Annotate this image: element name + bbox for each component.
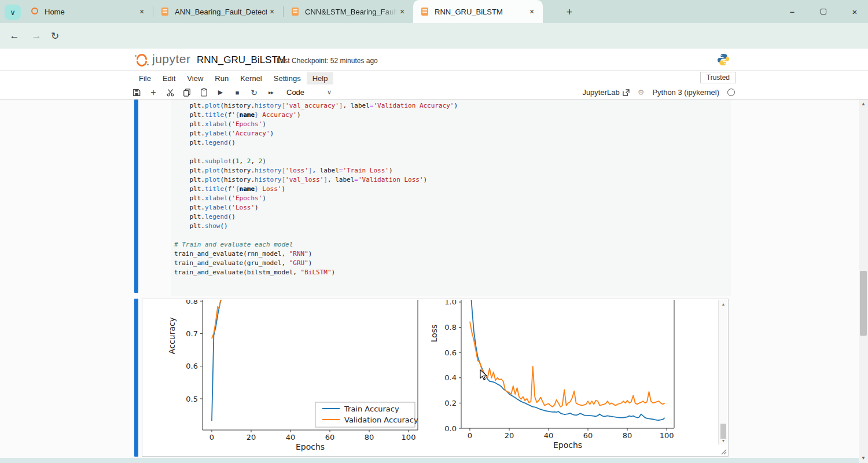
open-in-jupyterlab-link[interactable]: JupyterLab (582, 88, 629, 97)
y-tick-label: 0.7 (186, 329, 198, 338)
legend-label: Validation Accuracy (344, 416, 418, 424)
notebook-title[interactable]: RNN_GRU_BiLSTM (197, 54, 286, 66)
page-scrollbar[interactable]: ▲ ▼ (859, 100, 868, 463)
jupyterlab-label: JupyterLab (582, 88, 619, 97)
restart-kernel-button[interactable]: ↻ (249, 87, 259, 98)
maximize-button[interactable] (815, 3, 832, 20)
save-button[interactable] (132, 87, 141, 98)
y-tick-label: 0.5 (186, 395, 198, 403)
copy-cell-button[interactable] (182, 87, 192, 98)
minimize-button[interactable]: − (784, 3, 801, 20)
code-line: train_and_evaluate(gru_model, "GRU") (174, 259, 458, 268)
code-line: train_and_evaluate(rnn_model, "RNN") (174, 249, 458, 259)
chevron-down-icon[interactable]: ∨ (327, 89, 332, 96)
close-tab-icon[interactable]: × (397, 6, 407, 17)
x-tick-label: 100 (402, 433, 416, 442)
output-scrollbar[interactable]: ▲ ▼ (718, 300, 727, 444)
reload-icon: ↻ (51, 30, 59, 42)
menu-run[interactable]: Run (209, 72, 234, 84)
code-line: plt.ylabel('Accuracy') (174, 129, 458, 138)
code-line (174, 231, 458, 240)
output-resize-handle-icon[interactable] (720, 448, 727, 455)
browser-tab-rnn-gru-bilstm[interactable]: RNN_GRU_BiLSTM× (413, 0, 543, 23)
output-scrollbar-thumb[interactable] (720, 424, 726, 439)
browser-tab-cnn-lstm-bearing-fault-dete[interactable]: CNN&LSTM_Bearing_Fault_Dete× (284, 0, 413, 23)
forward-icon: → (32, 30, 42, 42)
browser-tab-home[interactable]: Home× (23, 0, 153, 23)
tab-search-button[interactable]: ∨ (5, 5, 21, 20)
browser-tab-ann-bearing-fault-detection[interactable]: ANN_Bearing_Fault_Detection× (153, 0, 283, 23)
scroll-up-icon[interactable]: ▲ (859, 101, 868, 106)
close-window-button[interactable]: × (846, 3, 863, 20)
menu-settings[interactable]: Settings (268, 72, 307, 84)
menu-kernel[interactable]: Kernel (234, 72, 268, 84)
scroll-down-icon[interactable]: ▼ (859, 455, 868, 461)
y-tick-label: 0.4 (444, 373, 457, 382)
copy-icon (183, 88, 191, 97)
y-tick-label: 0.8 (444, 323, 457, 332)
code-line: plt.plot(history.history['val_loss'], la… (174, 175, 458, 185)
cell-type-dropdown[interactable]: Code (286, 88, 304, 97)
accuracy-chart: 0204060801000.50.60.70.8EpochsAccuracyTr… (162, 300, 428, 457)
x-tick-label: 40 (544, 431, 554, 440)
run-all-button[interactable]: ▸▸ (266, 87, 275, 98)
bottom-edge-strip (0, 458, 859, 463)
x-tick-label: 20 (247, 433, 256, 442)
chevron-down-icon: ∨ (10, 8, 16, 17)
kernel-name[interactable]: Python 3 (ipykernel) (652, 88, 719, 97)
mouse-cursor-icon (479, 369, 490, 381)
scroll-down-icon[interactable]: ▼ (719, 439, 728, 443)
x-tick-label: 60 (325, 433, 335, 442)
menu-help[interactable]: Help (307, 72, 334, 84)
run-cell-button[interactable]: ▶ (216, 87, 225, 98)
jupyter-header: jupyter RNN_GRU_BiLSTM Last Checkpoint: … (0, 49, 868, 71)
play-icon: ▶ (218, 89, 223, 96)
loss-chart: 0204060801000.00.20.40.60.81.0EpochsLoss (431, 300, 686, 457)
jupyter-home-icon (31, 8, 39, 16)
close-tab-icon[interactable]: × (267, 6, 277, 17)
page-scrollbar-thumb[interactable] (860, 271, 867, 336)
x-tick-label: 40 (286, 433, 296, 442)
cell-output-area: 0204060801000.50.60.70.8EpochsAccuracyTr… (142, 299, 729, 457)
interrupt-kernel-button[interactable]: ■ (233, 87, 242, 98)
browser-tab-bar: ∨ Home×ANN_Bearing_Fault_Detection×CNN&L… (0, 0, 868, 23)
code-cell-editor[interactable]: plt.plot(history.history['val_accuracy']… (171, 100, 731, 296)
add-cell-button[interactable]: + (149, 87, 158, 98)
plus-icon: + (567, 6, 573, 19)
scroll-up-icon[interactable]: ▲ (719, 302, 728, 306)
code-line: plt.legend() (174, 212, 458, 222)
back-button[interactable]: ← (7, 28, 22, 43)
reload-button[interactable]: ↻ (47, 28, 62, 43)
trusted-button[interactable]: Trusted (700, 72, 736, 83)
code-line: plt.xlabel('Epochs') (174, 194, 458, 203)
menu-edit[interactable]: Edit (157, 72, 181, 84)
toolbar-right: JupyterLab ⚙ Python 3 (ipykernel) (582, 86, 735, 99)
plus-icon: + (150, 87, 156, 98)
x-tick-label: 100 (660, 431, 674, 440)
code-line: plt.plot(history.history['val_accuracy']… (174, 101, 458, 111)
tab-title: CNN&LSTM_Bearing_Fault_Dete (305, 8, 397, 16)
series-validation-loss (470, 322, 665, 407)
code-source[interactable]: plt.plot(history.history['val_accuracy']… (174, 101, 458, 277)
new-tab-button[interactable]: + (562, 5, 576, 19)
restart-icon: ↻ (251, 88, 258, 97)
selected-cell-input-bar[interactable] (134, 100, 138, 293)
gear-icon[interactable]: ⚙ (638, 88, 645, 97)
jupyter-logo-icon[interactable] (135, 53, 149, 67)
paste-cell-button[interactable] (199, 87, 208, 98)
close-tab-icon[interactable]: × (527, 6, 537, 17)
y-tick-label: 0.8 (186, 300, 198, 306)
jupyter-wordmark: jupyter (152, 52, 191, 66)
legend-label: Train Accuracy (344, 405, 399, 413)
code-line: train_and_evaluate(bilstm_model, "BiLSTM… (174, 268, 458, 277)
cut-cell-button[interactable] (165, 87, 175, 98)
y-tick-label: 0.2 (444, 399, 457, 407)
menu-file[interactable]: File (133, 72, 157, 84)
close-tab-icon[interactable]: × (137, 6, 147, 17)
menu-view[interactable]: View (181, 72, 209, 84)
x-tick-label: 0 (468, 431, 472, 440)
forward-button[interactable]: → (29, 28, 44, 43)
y-tick-label: 0.6 (186, 362, 198, 370)
selected-cell-output-bar[interactable] (134, 299, 138, 457)
x-axis-label: Epochs (553, 440, 582, 450)
